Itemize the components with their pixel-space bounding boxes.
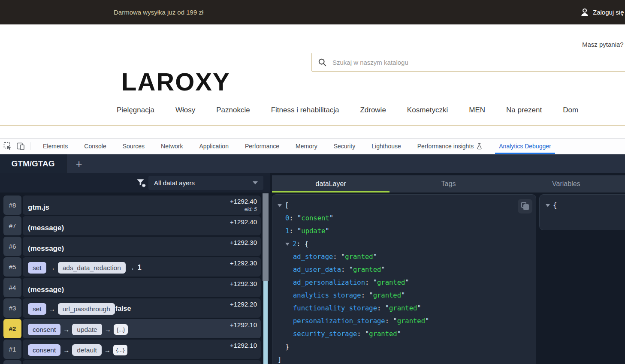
- nav-item-na-prezent[interactable]: Na prezent: [506, 106, 542, 114]
- json-punct: :: [333, 253, 341, 261]
- nav-item-w-osy[interactable]: Włosy: [175, 106, 195, 114]
- json-str: granted: [373, 292, 401, 299]
- event-row[interactable]: #6+1292.30(message): [3, 237, 261, 256]
- event-row[interactable]: #8+1292.40eld: 5gtm.js: [3, 196, 261, 215]
- event-row[interactable]: +1240.90: [3, 360, 261, 364]
- view-tab-datalayer[interactable]: dataLayer: [272, 175, 389, 193]
- nav-item-zdrowie[interactable]: Zdrowie: [360, 106, 386, 114]
- copy-button[interactable]: [518, 199, 532, 214]
- filter-settings-icon[interactable]: [136, 177, 147, 188]
- devtools-tab-sources[interactable]: Sources: [115, 138, 153, 154]
- json-str: consent: [301, 214, 329, 222]
- devtools-tab-security[interactable]: Security: [326, 138, 364, 154]
- debugger-toolbar-left: All dataLayers: [0, 173, 270, 193]
- event-row[interactable]: #2+1292.10consent→update→{...}: [3, 319, 261, 338]
- devtools-tab-performance[interactable]: Performance: [237, 138, 287, 154]
- add-tab-button[interactable]: +: [71, 154, 87, 173]
- expander-icon[interactable]: [546, 204, 550, 207]
- devtools-tab-console[interactable]: Console: [76, 138, 114, 154]
- event-number: #7: [3, 216, 21, 235]
- json-line: 0: "consent": [272, 212, 536, 225]
- json-line: 2: {: [272, 238, 536, 250]
- json-punct: :: [377, 304, 385, 312]
- site-header: LAROXY Masz pytania?: [0, 24, 625, 95]
- json-str: granted: [353, 266, 381, 274]
- nav-item-dom[interactable]: Dom: [563, 106, 578, 114]
- json-quote: ": [425, 317, 429, 325]
- devtools-toolbar-icons: [0, 142, 35, 150]
- search-box[interactable]: [311, 53, 625, 72]
- datalayer-filter-select[interactable]: All dataLayers: [148, 176, 263, 190]
- json-punct: :: [365, 279, 373, 286]
- devtools-tab-elements[interactable]: Elements: [35, 138, 76, 154]
- event-name: (message): [28, 244, 64, 253]
- event-row[interactable]: #1+1292.10consent→default→{...}: [3, 340, 261, 359]
- expander-icon[interactable]: [278, 204, 282, 207]
- variables-root: {: [553, 202, 557, 209]
- nav-item-paznokcie[interactable]: Paznokcie: [216, 106, 250, 114]
- devtools-tab-lighthouse[interactable]: Lighthouse: [363, 138, 409, 154]
- devtools-tab-label: Lighthouse: [371, 143, 401, 150]
- json-line: ad_personalization: "granted": [272, 276, 536, 289]
- devtools-tab-application[interactable]: Application: [191, 138, 237, 154]
- device-toolbar-icon[interactable]: [16, 142, 25, 150]
- event-number: #3: [3, 298, 21, 318]
- devtools-tab-performance-insights[interactable]: Performance insights: [409, 138, 491, 154]
- json-punct: [: [285, 202, 289, 209]
- inspect-element-icon[interactable]: [3, 142, 12, 150]
- event-row[interactable]: #3+1292.20set→url_passthroughfalse: [3, 298, 261, 318]
- expander-icon[interactable]: [285, 243, 290, 246]
- devtools-tab-label: Performance: [245, 143, 279, 150]
- json-line: analytics_storage: "granted": [272, 289, 536, 302]
- event-row[interactable]: #4+1292.30(message): [3, 278, 261, 297]
- login-button[interactable]: Zaloguj się: [580, 0, 624, 24]
- json-quote: ": [297, 214, 301, 222]
- view-tab-variables[interactable]: Variables: [507, 175, 625, 193]
- devtools-tab-label: Elements: [43, 143, 68, 150]
- tab-gtm-gtag[interactable]: GTM/GTAG: [0, 154, 66, 173]
- event-body: +1292.40(message): [23, 216, 261, 235]
- nav-item-kosmetyczki[interactable]: Kosmetyczki: [407, 106, 448, 114]
- event-timestamp: +1292.40: [230, 218, 257, 226]
- event-badge: set: [28, 262, 46, 274]
- json-line: personalization_storage: "granted": [272, 315, 536, 328]
- site-logo[interactable]: LAROXY: [121, 67, 230, 96]
- promo-text: Darmowa wysyłka już od 199 zł: [114, 0, 203, 24]
- json-punct: :: [341, 266, 349, 274]
- json-key: ad_personalization: [293, 279, 365, 286]
- devtools-tab-analytics-debugger[interactable]: Analytics Debugger: [491, 138, 559, 154]
- devtools-tab-memory[interactable]: Memory: [287, 138, 326, 154]
- json-key: ad_storage: [293, 253, 333, 261]
- event-timestamp: +1292.30: [230, 259, 257, 267]
- scrollbar-thumb[interactable]: [263, 281, 268, 364]
- debugger-content: #8+1292.40eld: 5gtm.js#7+1292.40(message…: [0, 193, 625, 364]
- json-key: 2: [293, 240, 296, 248]
- search-input[interactable]: [332, 58, 623, 66]
- event-row[interactable]: #5+1292.30set→ads_data_redaction→1: [3, 257, 261, 277]
- devtools-tab-network[interactable]: Network: [153, 138, 191, 154]
- devtools-tab-label: Application: [199, 143, 229, 150]
- event-content: consent→update→{...}: [28, 324, 128, 336]
- nav-item-men[interactable]: MEN: [469, 106, 485, 114]
- json-line: [: [272, 199, 536, 212]
- view-tab-label: dataLayer: [316, 180, 346, 188]
- json-str: granted: [345, 253, 373, 261]
- json-line: functionality_storage: "granted": [272, 302, 536, 315]
- json-punct: :: [361, 292, 369, 299]
- nav-item-piel-gnacja[interactable]: Pielęgnacja: [117, 106, 154, 114]
- json-punct: :: [385, 317, 393, 325]
- json-key: 1: [285, 227, 289, 235]
- nav-item-fitness-i-rehabilitacja[interactable]: Fitness i rehabilitacja: [271, 106, 339, 114]
- promo-bar: Darmowa wysyłka już od 199 zł Zaloguj si…: [0, 0, 625, 24]
- devtools-tab-strip: ElementsConsoleSourcesNetworkApplication…: [35, 138, 559, 154]
- event-content: set→url_passthroughfalse: [28, 303, 131, 315]
- event-row[interactable]: #7+1292.40(message): [3, 216, 261, 235]
- scrollbar-track[interactable]: [263, 193, 269, 281]
- view-tab-tags[interactable]: Tags: [389, 175, 507, 193]
- event-body: +1292.40eld: 5gtm.js: [23, 196, 261, 215]
- json-quote: ": [341, 253, 345, 261]
- json-quote: ": [349, 266, 353, 274]
- json-key: functionality_storage: [293, 304, 377, 312]
- chevron-down-icon: [253, 181, 258, 184]
- questions-label: Masz pytania?: [582, 41, 624, 48]
